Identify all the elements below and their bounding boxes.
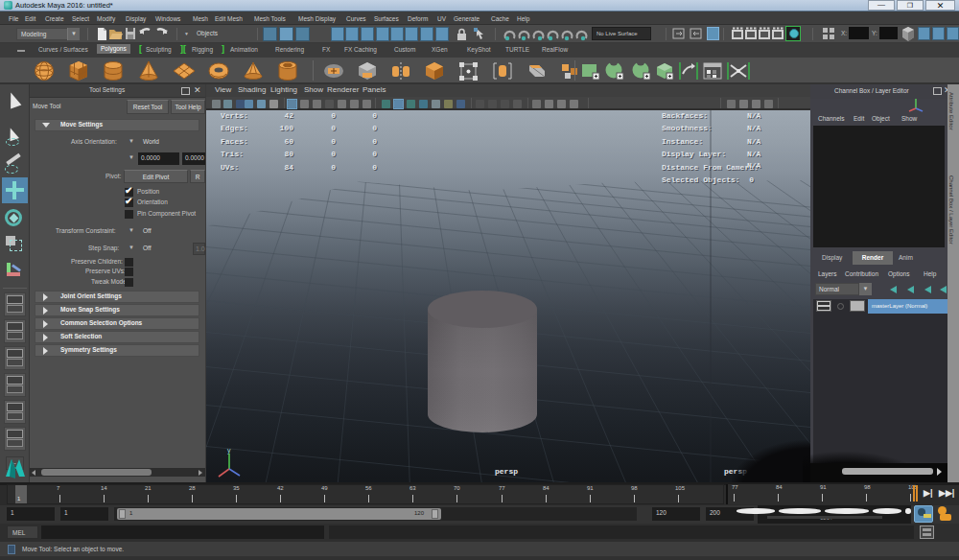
svg-text:y: y (227, 448, 231, 455)
